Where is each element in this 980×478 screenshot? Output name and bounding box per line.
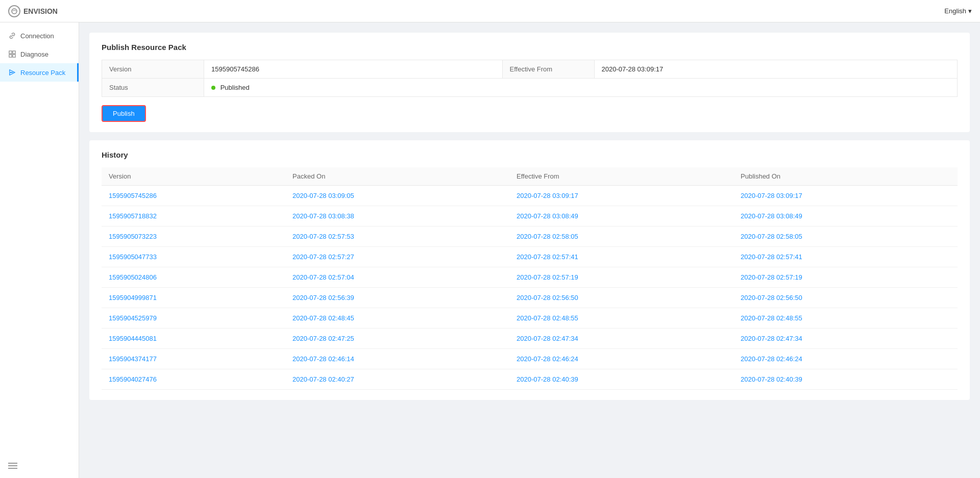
main-layout: Connection Diagnose Resource Pack (0, 22, 980, 478)
cell-version: 1595904999871 (102, 288, 285, 308)
cell-effective_from: 2020-07-28 02:46:24 (509, 349, 733, 369)
cell-packed_on: 2020-07-28 02:46:14 (285, 349, 509, 369)
table-row: 15959045259792020-07-28 02:48:452020-07-… (102, 308, 958, 329)
cell-effective_from: 2020-07-28 02:40:39 (509, 369, 733, 390)
sidebar-item-resource-pack-label: Resource Pack (20, 69, 65, 77)
cell-packed_on: 2020-07-28 02:48:45 (285, 308, 509, 329)
sidebar: Connection Diagnose Resource Pack (0, 22, 79, 478)
cell-published_on: 2020-07-28 02:40:39 (733, 369, 958, 390)
status-row: Status Published (102, 79, 958, 97)
send-icon (8, 68, 16, 77)
cell-version: 1595904445081 (102, 329, 285, 349)
sidebar-item-resource-pack[interactable]: Resource Pack (0, 63, 79, 82)
effective-from-label: Effective From (502, 60, 594, 79)
table-row: 15959049998712020-07-28 02:56:392020-07-… (102, 288, 958, 308)
publish-card-title: Publish Resource Pack (102, 43, 958, 52)
cell-published_on: 2020-07-28 02:46:24 (733, 349, 958, 369)
cell-packed_on: 2020-07-28 02:56:39 (285, 288, 509, 308)
cell-effective_from: 2020-07-28 02:48:55 (509, 308, 733, 329)
cell-version: 1595905718832 (102, 206, 285, 227)
sidebar-item-diagnose-label: Diagnose (20, 51, 48, 58)
app-logo: ENVISION (8, 5, 58, 17)
version-row: Version 1595905745286 Effective From 202… (102, 60, 958, 79)
cell-packed_on: 2020-07-28 03:09:05 (285, 186, 509, 206)
language-label: English (944, 7, 966, 15)
cell-version: 1595905047733 (102, 247, 285, 267)
cell-published_on: 2020-07-28 02:57:41 (733, 247, 958, 267)
col-published-on: Published On (733, 167, 958, 186)
cell-version: 1595905073223 (102, 227, 285, 247)
cell-effective_from: 2020-07-28 03:09:17 (509, 186, 733, 206)
language-selector[interactable]: English ▾ (944, 7, 972, 15)
table-row: 15959043741772020-07-28 02:46:142020-07-… (102, 349, 958, 369)
cell-packed_on: 2020-07-28 02:57:53 (285, 227, 509, 247)
cell-effective_from: 2020-07-28 02:47:34 (509, 329, 733, 349)
cell-published_on: 2020-07-28 02:57:19 (733, 267, 958, 288)
cell-packed_on: 2020-07-28 03:08:38 (285, 206, 509, 227)
status-label: Status (102, 79, 204, 97)
sidebar-item-connection[interactable]: Connection (0, 27, 79, 45)
table-row: 15959050732232020-07-28 02:57:532020-07-… (102, 227, 958, 247)
menu-toggle-icon[interactable] (8, 463, 70, 469)
sidebar-item-diagnose[interactable]: Diagnose (0, 45, 79, 63)
status-dot-icon (211, 86, 215, 90)
cell-published_on: 2020-07-28 03:08:49 (733, 206, 958, 227)
sidebar-item-connection-label: Connection (20, 32, 54, 40)
version-value: 1595905745286 (204, 60, 503, 79)
table-row: 15959040274762020-07-28 02:40:272020-07-… (102, 369, 958, 390)
table-row: 15959057188322020-07-28 03:08:382020-07-… (102, 206, 958, 227)
effective-from-value: 2020-07-28 03:09:17 (594, 60, 958, 79)
cell-effective_from: 2020-07-28 03:08:49 (509, 206, 733, 227)
svg-rect-4 (13, 55, 15, 57)
status-value: Published (220, 84, 250, 91)
cell-published_on: 2020-07-28 02:56:50 (733, 288, 958, 308)
history-table: Version Packed On Effective From Publish… (102, 167, 958, 390)
chevron-down-icon: ▾ (968, 7, 972, 15)
svg-rect-2 (13, 51, 15, 54)
publish-button[interactable]: Publish (102, 105, 146, 122)
cell-published_on: 2020-07-28 02:48:55 (733, 308, 958, 329)
content-area: Publish Resource Pack Version 1595905745… (79, 22, 980, 478)
svg-rect-3 (9, 55, 12, 57)
status-value-cell: Published (204, 79, 958, 97)
cell-version: 1595904027476 (102, 369, 285, 390)
logo-icon (8, 5, 20, 17)
table-row: 15959044450812020-07-28 02:47:252020-07-… (102, 329, 958, 349)
grid-icon (8, 50, 16, 58)
cell-published_on: 2020-07-28 03:09:17 (733, 186, 958, 206)
history-card: History Version Packed On Effective From… (89, 140, 970, 400)
topbar: ENVISION English ▾ (0, 0, 980, 22)
cell-effective_from: 2020-07-28 02:57:19 (509, 267, 733, 288)
col-version: Version (102, 167, 285, 186)
cell-effective_from: 2020-07-28 02:56:50 (509, 288, 733, 308)
history-title: History (102, 150, 958, 159)
cell-published_on: 2020-07-28 02:58:05 (733, 227, 958, 247)
svg-rect-1 (9, 51, 12, 54)
col-effective-from: Effective From (509, 167, 733, 186)
table-row: 15959057452862020-07-28 03:09:052020-07-… (102, 186, 958, 206)
publish-resource-pack-card: Publish Resource Pack Version 1595905745… (89, 33, 970, 132)
cell-version: 1595904374177 (102, 349, 285, 369)
cell-packed_on: 2020-07-28 02:40:27 (285, 369, 509, 390)
col-packed-on: Packed On (285, 167, 509, 186)
history-table-header: Version Packed On Effective From Publish… (102, 167, 958, 186)
table-row: 15959050477332020-07-28 02:57:272020-07-… (102, 247, 958, 267)
history-table-body: 15959057452862020-07-28 03:09:052020-07-… (102, 186, 958, 390)
version-label: Version (102, 60, 204, 79)
cell-packed_on: 2020-07-28 02:57:04 (285, 267, 509, 288)
cell-version: 1595904525979 (102, 308, 285, 329)
app-name: ENVISION (23, 7, 58, 15)
cell-published_on: 2020-07-28 02:47:34 (733, 329, 958, 349)
info-table: Version 1595905745286 Effective From 202… (102, 60, 958, 97)
table-row: 15959050248062020-07-28 02:57:042020-07-… (102, 267, 958, 288)
history-header-row: Version Packed On Effective From Publish… (102, 167, 958, 186)
cell-effective_from: 2020-07-28 02:57:41 (509, 247, 733, 267)
cell-version: 1595905745286 (102, 186, 285, 206)
link-icon (8, 32, 16, 40)
cell-packed_on: 2020-07-28 02:47:25 (285, 329, 509, 349)
svg-point-0 (12, 9, 17, 14)
sidebar-bottom (0, 458, 79, 474)
cell-version: 1595905024806 (102, 267, 285, 288)
cell-packed_on: 2020-07-28 02:57:27 (285, 247, 509, 267)
cell-effective_from: 2020-07-28 02:58:05 (509, 227, 733, 247)
